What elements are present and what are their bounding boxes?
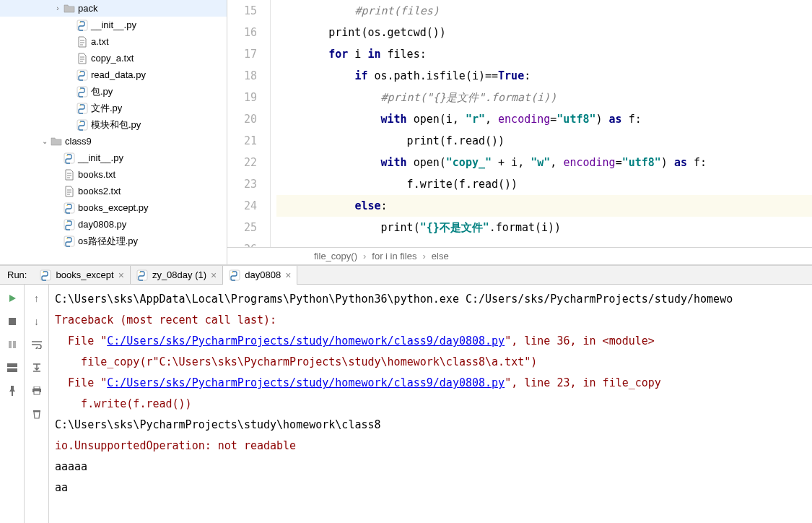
run-tab[interactable]: day0808× <box>223 266 297 285</box>
svg-point-35 <box>232 272 233 273</box>
tree-item-label: copy_a.txt <box>91 53 134 64</box>
tree-item[interactable]: read_data.py <box>0 66 227 83</box>
run-tab[interactable]: zy_08day (1)× <box>131 266 223 285</box>
gutter: 151617181920212223242526 <box>227 0 271 247</box>
tree-item-label: day0808.py <box>78 219 126 230</box>
close-icon[interactable]: × <box>285 269 291 281</box>
line-number: 25 <box>227 217 257 238</box>
svg-rect-37 <box>9 341 12 348</box>
pin-button[interactable] <box>4 383 20 399</box>
console-line: C:\Users\sks\PycharmProjects\study\homew… <box>55 415 806 436</box>
editor-pane: 151617181920212223242526 #print(files) p… <box>227 0 812 264</box>
run-tab-label: day0808 <box>245 269 281 280</box>
trash-button[interactable] <box>29 406 45 422</box>
close-icon[interactable]: × <box>211 269 217 281</box>
breadcrumb-item[interactable]: file_copy() <box>314 251 357 262</box>
stacktrace-link[interactable]: C:/Users/sks/PycharmProjects/study/homew… <box>107 334 505 347</box>
console-output[interactable]: C:\Users\sks\AppData\Local\Programs\Pyth… <box>49 285 812 523</box>
scroll-to-end-button[interactable] <box>29 360 45 376</box>
tree-item[interactable]: books.txt <box>0 166 227 183</box>
tree-item-label: 模块和包.py <box>91 118 141 131</box>
python-icon <box>136 269 148 281</box>
tree-item[interactable]: 模块和包.py <box>0 116 227 133</box>
code-line[interactable]: print("{}不是文件".format(i)) <box>276 217 812 238</box>
run-tab[interactable]: books_except× <box>34 266 130 285</box>
console-line: io.UnsupportedOperation: not readable <box>55 436 806 457</box>
layout-button[interactable] <box>4 360 20 376</box>
project-tree[interactable]: ›pack__init__.pya.txtcopy_a.txtread_data… <box>0 0 227 264</box>
tree-item-label: a.txt <box>91 36 109 47</box>
py-icon <box>64 235 75 247</box>
code-line[interactable]: with open(i, "r", encoding="utf8") as f: <box>276 108 812 130</box>
tree-item[interactable]: __init__.py <box>0 17 227 33</box>
run-toolbar-secondary: ↑ ↓ <box>25 285 49 523</box>
breadcrumb-item[interactable]: else <box>432 251 449 262</box>
tree-item[interactable]: ›pack <box>0 0 227 17</box>
py-icon <box>77 103 88 114</box>
tree-item-label: read_data.py <box>91 69 146 80</box>
code-line[interactable]: #print("{}是文件".format(i)) <box>276 87 812 108</box>
tree-item-label: os路径处理.py <box>78 235 138 248</box>
chevron-right-icon: › <box>363 251 366 262</box>
svg-point-9 <box>79 72 81 73</box>
chevron-icon[interactable]: ⌄ <box>39 137 51 145</box>
code-line[interactable]: #print(files) <box>276 0 812 22</box>
code-line[interactable]: print(f.read()) <box>276 130 812 152</box>
chevron-icon[interactable]: › <box>52 4 64 12</box>
breadcrumb-item[interactable]: for i in files <box>372 251 416 262</box>
svg-point-13 <box>79 105 81 106</box>
tree-item[interactable]: books_except.py <box>0 199 227 216</box>
tree-item[interactable]: __init__.py <box>0 150 227 166</box>
tree-item[interactable]: os路径处理.py <box>0 233 227 249</box>
console-line: File "C:/Users/sks/PycharmProjects/study… <box>55 331 806 352</box>
run-tab-label: zy_08day (1) <box>152 269 206 280</box>
svg-point-29 <box>66 238 68 239</box>
tree-item[interactable]: 文件.py <box>0 100 227 116</box>
line-number: 16 <box>227 22 257 43</box>
tree-item[interactable]: copy_a.txt <box>0 50 227 66</box>
line-number: 19 <box>227 87 257 108</box>
python-icon <box>229 269 240 281</box>
run-tool-window: Run: books_except×zy_08day (1)×day0808× … <box>0 265 812 523</box>
code-line[interactable]: else: <box>276 195 812 217</box>
svg-point-15 <box>79 121 81 123</box>
up-arrow-button[interactable]: ↑ <box>29 290 45 306</box>
console-line: Traceback (most recent call last): <box>55 310 806 331</box>
svg-point-1 <box>79 22 81 23</box>
tree-item-label: books.txt <box>78 169 115 180</box>
down-arrow-button[interactable]: ↓ <box>29 314 45 329</box>
stacktrace-link[interactable]: C:/Users/sks/PycharmProjects/study/homew… <box>107 376 505 389</box>
tree-item[interactable]: 包.py <box>0 83 227 100</box>
svg-rect-40 <box>7 368 17 372</box>
py-icon <box>77 20 88 31</box>
rerun-button[interactable] <box>4 290 20 306</box>
line-number: 24 <box>227 195 257 217</box>
code-lines[interactable]: #print(files) print(os.getcwd()) for i i… <box>271 0 812 247</box>
tree-item-label: pack <box>78 3 97 14</box>
line-number: 17 <box>227 43 257 65</box>
code-line[interactable]: f.write(f.read()) <box>276 173 812 195</box>
svg-point-31 <box>43 272 45 273</box>
stop-button[interactable] <box>4 314 20 329</box>
py-icon <box>77 69 88 81</box>
tree-item[interactable]: books2.txt <box>0 183 227 199</box>
code-line[interactable]: with open("copy_" + i, "w", encoding="ut… <box>276 152 812 173</box>
pause-button[interactable] <box>4 337 20 353</box>
chevron-right-icon: › <box>422 251 425 262</box>
tree-item[interactable]: ⌄class9 <box>0 133 227 150</box>
tree-item[interactable]: day0808.py <box>0 216 227 233</box>
svg-point-25 <box>66 204 68 206</box>
code-line[interactable]: if os.path.isfile(i)==True: <box>276 65 812 87</box>
tree-item[interactable]: a.txt <box>0 33 227 50</box>
svg-point-17 <box>66 155 68 156</box>
close-icon[interactable]: × <box>118 269 124 281</box>
code-line[interactable]: for i in files: <box>276 43 812 65</box>
code-area[interactable]: 151617181920212223242526 #print(files) p… <box>227 0 812 247</box>
py-icon <box>64 152 75 164</box>
soft-wrap-button[interactable] <box>29 337 45 353</box>
tree-item-label: 文件.py <box>91 102 122 115</box>
run-label: Run: <box>0 269 34 280</box>
code-line[interactable] <box>276 238 812 247</box>
print-button[interactable] <box>29 383 45 399</box>
code-line[interactable]: print(os.getcwd()) <box>276 22 812 43</box>
